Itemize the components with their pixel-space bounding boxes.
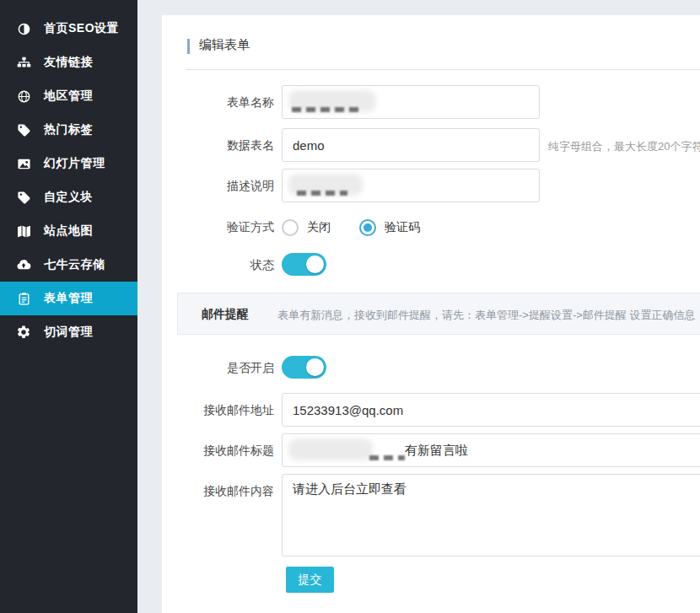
mail-address-label: 接收邮件地址 xyxy=(162,403,274,418)
sidebar-item-label: 地区管理 xyxy=(44,89,93,104)
page-title: 编辑表单 xyxy=(199,37,250,53)
mail-title-censor-blur xyxy=(288,438,373,460)
sidebar-item-label: 站点地图 xyxy=(44,223,93,239)
map-icon xyxy=(16,223,31,239)
sidebar-item-custom-block[interactable]: 自定义块 xyxy=(0,180,137,214)
main-panel: 编辑表单 表单名称 数据表名 纯字母组合，最大长度20个字符 描述说明 验证方式… xyxy=(162,15,700,613)
mail-content-textarea[interactable]: 请进入后台立即查看 xyxy=(282,474,700,557)
verify-mode-label: 验证方式 xyxy=(162,220,274,235)
mail-title-censor-remnant xyxy=(369,455,405,460)
sidebar-item-seo[interactable]: 首页SEO设置 xyxy=(0,12,137,46)
sidebar-item-label: 幻灯片管理 xyxy=(44,156,105,171)
mail-content-label: 接收邮件内容 xyxy=(162,484,274,499)
cloud-upload-icon xyxy=(16,257,31,272)
sitemap-icon xyxy=(16,55,31,70)
sidebar-item-slides[interactable]: 幻灯片管理 xyxy=(0,147,137,180)
sidebar-item-hot-tags[interactable]: 热门标签 xyxy=(0,113,137,147)
mail-enable-label: 是否开启 xyxy=(162,361,274,376)
sidebar-item-label: 七牛云存储 xyxy=(44,257,105,272)
table-name-label: 数据表名 xyxy=(162,138,274,153)
sidebar: 首页SEO设置 友情链接 地区管理 热门标签 幻灯片管理 自定义块 xyxy=(0,0,137,613)
radio-captcha[interactable] xyxy=(359,219,376,236)
mail-address-input[interactable] xyxy=(282,393,700,427)
mail-notice-title: 邮件提醒 xyxy=(202,307,249,322)
form-name-censor-remnant xyxy=(292,107,361,112)
sidebar-item-label: 切词管理 xyxy=(44,325,93,340)
image-icon xyxy=(16,156,31,171)
sidebar-item-word-segment[interactable]: 切词管理 xyxy=(0,315,137,349)
status-label: 状态 xyxy=(162,258,274,273)
title-divider xyxy=(186,69,700,70)
gears-icon xyxy=(16,325,31,340)
submit-button[interactable]: 提交 xyxy=(286,567,334,593)
tag-icon xyxy=(16,190,31,205)
globe-icon xyxy=(16,89,31,104)
radio-off[interactable] xyxy=(282,219,299,236)
adjust-icon xyxy=(16,21,31,36)
verify-mode-group: 关闭 验证码 xyxy=(282,216,449,239)
form-name-label: 表单名称 xyxy=(162,95,274,110)
sidebar-item-qiniu[interactable]: 七牛云存储 xyxy=(0,248,137,282)
sidebar-item-sitemap[interactable]: 站点地图 xyxy=(0,214,137,248)
sidebar-item-links[interactable]: 友情链接 xyxy=(0,46,137,79)
sidebar-item-label: 首页SEO设置 xyxy=(44,21,119,36)
status-toggle[interactable] xyxy=(282,253,326,276)
tag-icon xyxy=(16,122,31,137)
mail-notice-note: 表单有新消息，接收到邮件提醒，请先：表单管理->提醒设置->邮件提醒 设置正确信… xyxy=(277,308,695,323)
sidebar-item-label: 表单管理 xyxy=(44,291,93,306)
description-censor-remnant xyxy=(297,191,347,196)
description-label: 描述说明 xyxy=(162,179,274,194)
sidebar-item-label: 自定义块 xyxy=(44,190,93,205)
toggle-knob xyxy=(306,358,324,376)
sidebar-item-label: 热门标签 xyxy=(44,122,93,137)
mail-notice-band: 邮件提醒 表单有新消息，接收到邮件提醒，请先：表单管理->提醒设置->邮件提醒 … xyxy=(177,293,700,335)
mail-title-visible-text: 有新留言啦 xyxy=(405,443,468,459)
form-icon xyxy=(16,291,31,306)
radio-off-label[interactable]: 关闭 xyxy=(307,220,331,235)
sidebar-item-region[interactable]: 地区管理 xyxy=(0,79,137,113)
mail-enable-toggle[interactable] xyxy=(282,356,326,379)
radio-captcha-label[interactable]: 验证码 xyxy=(385,220,420,235)
sidebar-item-forms[interactable]: 表单管理 xyxy=(0,282,137,315)
table-name-hint: 纯字母组合，最大长度20个字符 xyxy=(548,139,700,154)
table-name-input[interactable] xyxy=(282,128,540,162)
mail-title-label: 接收邮件标题 xyxy=(162,444,274,459)
toggle-knob xyxy=(306,255,324,273)
sidebar-item-label: 友情链接 xyxy=(44,55,93,70)
title-accent-bar xyxy=(187,39,190,54)
